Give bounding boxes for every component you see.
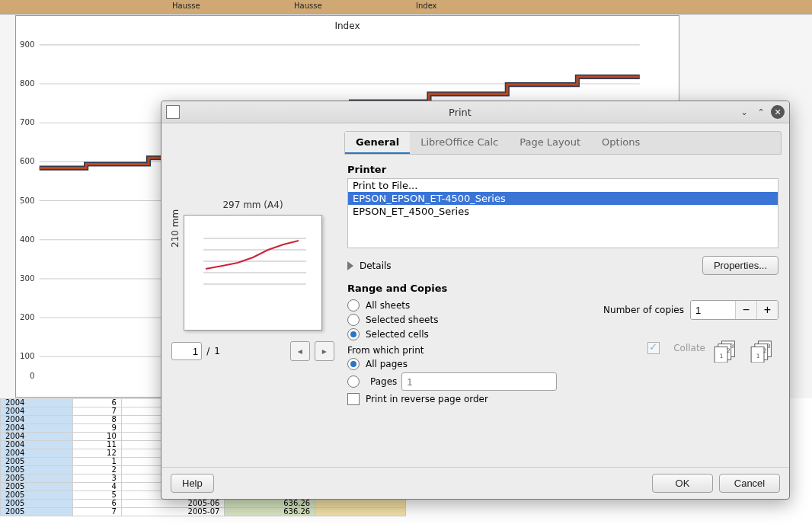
svg-text:900: 900 [20, 40, 35, 49]
collate-label: Collate [673, 343, 705, 353]
app-icon [166, 105, 180, 119]
help-button[interactable]: Help [171, 474, 214, 493]
column-header-band: Hausse Hausse Index [0, 0, 812, 14]
pages-input[interactable] [401, 372, 557, 391]
copies-label: Number of copies [603, 305, 684, 315]
svg-text:700: 700 [20, 118, 35, 126]
page-preview [184, 215, 322, 331]
prev-page-button[interactable]: ◂ [290, 341, 310, 361]
tab-general[interactable]: General [345, 132, 410, 154]
printer-section-title: Printer [347, 164, 778, 175]
print-dialog: Print ⌄ ⌃ ✕ 297 mm (A4) 210 mm [161, 101, 790, 500]
close-button[interactable]: ✕ [771, 105, 785, 119]
dialog-titlebar[interactable]: Print ⌄ ⌃ ✕ [161, 101, 789, 123]
copies-decrement[interactable]: − [735, 301, 756, 319]
page-height-label: 210 mm [170, 209, 181, 248]
printer-list[interactable]: Print to File...EPSON_EPSON_ET-4500_Seri… [347, 178, 778, 248]
page-separator: / [206, 346, 209, 356]
svg-text:400: 400 [20, 235, 35, 244]
copies-spinner[interactable]: − + [690, 300, 778, 320]
cancel-button[interactable]: Cancel [719, 474, 780, 493]
radio-all-pages[interactable]: All pages [347, 358, 573, 370]
ok-button[interactable]: OK [652, 474, 713, 493]
details-label: Details [360, 260, 392, 271]
next-page-button[interactable]: ▸ [315, 341, 334, 361]
properties-button[interactable]: Properties... [702, 256, 778, 275]
page-total: 1 [214, 346, 220, 356]
dialog-footer: Help OK Cancel [161, 467, 789, 499]
radio-selected-sheets[interactable]: Selected sheets [347, 314, 573, 326]
svg-text:1: 1 [756, 353, 760, 359]
page-width-label: 297 mm (A4) [222, 200, 283, 210]
radio-selected-cells[interactable]: Selected cells [347, 328, 573, 340]
minimize-button[interactable]: ⌄ [737, 105, 751, 119]
svg-text:200: 200 [20, 313, 35, 321]
printer-item[interactable]: Print to File... [348, 179, 778, 192]
copies-input[interactable] [691, 301, 735, 319]
maximize-button[interactable]: ⌃ [754, 105, 768, 119]
details-disclosure[interactable]: Details [347, 260, 392, 271]
range-section-title: Range and Copies [347, 283, 778, 294]
check-reverse[interactable]: Print in reverse page order [347, 393, 573, 405]
svg-text:1: 1 [720, 353, 724, 359]
svg-text:600: 600 [20, 157, 35, 165]
svg-text:2: 2 [763, 347, 767, 354]
tab-options[interactable]: Options [591, 132, 651, 154]
svg-text:0: 0 [30, 372, 35, 380]
collate-check [647, 342, 660, 354]
svg-text:300: 300 [20, 274, 35, 283]
printer-item[interactable]: EPSON_EPSON_ET-4500_Series [348, 192, 778, 205]
tab-calc[interactable]: LibreOffice Calc [410, 132, 509, 154]
svg-text:800: 800 [20, 79, 35, 88]
page-navigator: / 1 ◂ ▸ [171, 341, 334, 361]
svg-text:3: 3 [767, 343, 771, 350]
from-which-label: From which print [347, 345, 573, 356]
radio-all-sheets[interactable]: All sheets [347, 299, 573, 312]
chevron-right-icon [347, 261, 353, 270]
radio-pages[interactable]: Pages [347, 372, 573, 391]
svg-text:100: 100 [20, 352, 35, 360]
svg-text:3: 3 [730, 343, 734, 350]
copies-increment[interactable]: + [756, 301, 778, 319]
dialog-title: Print [186, 107, 734, 118]
tab-bar: General LibreOffice Calc Page Layout Opt… [344, 131, 782, 155]
svg-text:500: 500 [20, 196, 35, 205]
page-number-input[interactable] [171, 342, 202, 360]
printer-item[interactable]: EPSON_ET_4500_Series [348, 205, 778, 218]
preview-pane: 297 mm (A4) 210 mm [169, 131, 337, 459]
svg-text:2: 2 [727, 347, 730, 354]
tab-layout[interactable]: Page Layout [509, 132, 591, 154]
collate-icon: 3 2 1 3 2 1 [713, 340, 778, 363]
